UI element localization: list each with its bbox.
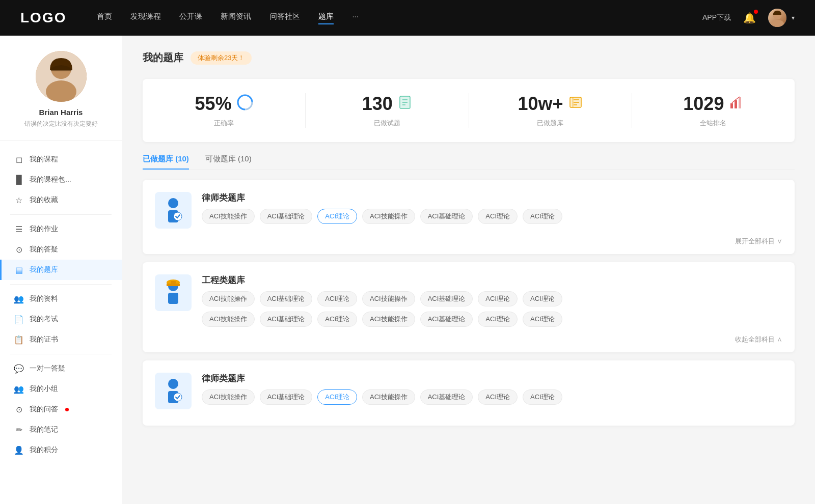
sidebar-item-my-exam[interactable]: 📄 我的考试 <box>0 309 122 329</box>
stat-ranking-label: 全站排名 <box>700 119 726 128</box>
qbank-tags-0: ACI技能操作 ACI基础理论 ACI理论 ACI技能操作 ACI基础理论 AC… <box>202 209 782 224</box>
tag-0-3[interactable]: ACI技能操作 <box>362 209 415 224</box>
nav-home[interactable]: 首页 <box>97 12 112 24</box>
nav-open-course[interactable]: 公开课 <box>179 12 202 24</box>
sidebar-item-one-on-one[interactable]: 💬 一对一答疑 <box>0 358 122 379</box>
tag-1-8[interactable]: ACI基础理论 <box>260 312 313 327</box>
qbank-icon-wrap-2 <box>155 373 192 409</box>
tag-2-1[interactable]: ACI基础理论 <box>260 389 313 405</box>
stat-done-questions: 130 已做试题 <box>306 93 469 128</box>
tag-0-4[interactable]: ACI基础理论 <box>420 209 473 224</box>
tab-todo[interactable]: 可做题库 (10) <box>205 154 252 169</box>
tag-1-2[interactable]: ACI理论 <box>317 291 357 306</box>
svg-point-22 <box>174 212 182 220</box>
qbank-title-2: 律师类题库 <box>202 373 782 384</box>
stat-done-questions-value: 130 <box>362 93 393 115</box>
qbank-footer-1: 收起全部科目 ∧ <box>155 335 782 344</box>
qbank-header-0: 律师类题库 ACI技能操作 ACI基础理论 ACI理论 ACI技能操作 ACI基… <box>155 192 782 229</box>
sidebar-item-my-notes[interactable]: ✏ 我的笔记 <box>0 419 122 440</box>
sidebar-item-my-homework[interactable]: ☰ 我的作业 <box>0 219 122 239</box>
sidebar-item-my-qbank[interactable]: ▤ 我的题库 <box>0 260 122 280</box>
qbank-header-1: 工程类题库 ACI技能操作 ACI基础理论 ACI理论 ACI技能操作 ACI基… <box>155 274 782 327</box>
sidebar-item-my-course[interactable]: ◻ 我的课程 <box>0 149 122 170</box>
nav-qbank[interactable]: 题库 <box>318 12 334 24</box>
lawyer-icon-2 <box>161 378 185 404</box>
svg-rect-18 <box>735 100 737 108</box>
nav-news[interactable]: 新闻资讯 <box>221 12 251 24</box>
my-exam-icon: 📄 <box>14 315 23 324</box>
bell-icon: 🔔 <box>743 12 756 23</box>
tag-1-13[interactable]: ACI理论 <box>523 312 562 327</box>
tag-0-5[interactable]: ACI理论 <box>478 209 518 224</box>
tag-2-2[interactable]: ACI理论 <box>317 389 357 405</box>
stat-ranking-value: 1029 <box>683 93 724 115</box>
my-points-icon: 👤 <box>14 445 23 455</box>
tag-2-0[interactable]: ACI技能操作 <box>202 389 255 405</box>
expand-link-1[interactable]: 收起全部科目 ∧ <box>735 335 782 344</box>
navbar: LOGO 首页 发现课程 公开课 新闻资讯 问答社区 题库 ··· APP下载 … <box>0 0 815 36</box>
profile-avatar-svg <box>36 51 87 102</box>
nav-qa[interactable]: 问答社区 <box>269 12 300 24</box>
tag-1-6[interactable]: ACI理论 <box>523 291 562 306</box>
tag-2-6[interactable]: ACI理论 <box>523 389 562 405</box>
svg-rect-19 <box>739 97 741 108</box>
stat-accuracy: 55% 正确率 <box>143 93 306 128</box>
my-qbank-icon: ▤ <box>14 265 23 274</box>
tag-1-1[interactable]: ACI基础理论 <box>260 291 313 306</box>
tag-0-2[interactable]: ACI理论 <box>317 209 357 224</box>
app-download-button[interactable]: APP下载 <box>702 13 731 22</box>
tag-1-9[interactable]: ACI理论 <box>317 312 357 327</box>
tag-2-4[interactable]: ACI基础理论 <box>420 389 473 405</box>
stat-accuracy-value: 55% <box>195 93 232 115</box>
tag-0-0[interactable]: ACI技能操作 <box>202 209 255 224</box>
tag-1-7[interactable]: ACI技能操作 <box>202 312 255 327</box>
tag-0-6[interactable]: ACI理论 <box>523 209 562 224</box>
nav-links: 首页 发现课程 公开课 新闻资讯 问答社区 题库 ··· <box>97 12 702 24</box>
stat-ranking: 1029 全站排名 <box>632 93 795 128</box>
my-course-pack-icon: ▐▌ <box>14 175 23 184</box>
tag-1-0[interactable]: ACI技能操作 <box>202 291 255 306</box>
tag-1-5[interactable]: ACI理论 <box>478 291 518 306</box>
tag-2-5[interactable]: ACI理论 <box>478 389 518 405</box>
tabs-row: 已做题库 (10) 可做题库 (10) <box>143 154 795 170</box>
nav-more[interactable]: ··· <box>352 12 359 24</box>
sidebar-divider-1 <box>10 214 112 215</box>
my-homework-icon: ☰ <box>14 225 23 234</box>
qbank-card-2: 律师类题库 ACI技能操作 ACI基础理论 ACI理论 ACI技能操作 ACI基… <box>143 360 795 426</box>
my-course-icon: ◻ <box>14 155 23 164</box>
tag-0-1[interactable]: ACI基础理论 <box>260 209 313 224</box>
sidebar-item-my-cert[interactable]: 📋 我的证书 <box>0 329 122 350</box>
my-questions-icon: ⊙ <box>14 405 23 414</box>
navbar-right: APP下载 🔔 ▾ <box>702 9 795 27</box>
tag-1-10[interactable]: ACI技能操作 <box>362 312 415 327</box>
expand-link-0[interactable]: 展开全部科目 ∨ <box>735 237 782 246</box>
tag-2-3[interactable]: ACI技能操作 <box>362 389 415 405</box>
sidebar-item-my-questions[interactable]: ⊙ 我的问答 <box>0 399 122 419</box>
qbank-tags-2: ACI技能操作 ACI基础理论 ACI理论 ACI技能操作 ACI基础理论 AC… <box>202 389 782 405</box>
sidebar-divider-3 <box>10 354 112 354</box>
sidebar-item-my-data[interactable]: 👥 我的资料 <box>0 289 122 309</box>
nav-discover[interactable]: 发现课程 <box>130 12 161 24</box>
page-title: 我的题库 <box>143 51 183 65</box>
sidebar-item-my-favorites[interactable]: ☆ 我的收藏 <box>0 190 122 210</box>
tag-1-4[interactable]: ACI基础理论 <box>420 291 473 306</box>
qbank-tags-1-row2: ACI技能操作 ACI基础理论 ACI理论 ACI技能操作 ACI基础理论 AC… <box>202 312 782 327</box>
my-notes-icon: ✏ <box>14 425 23 434</box>
tag-1-12[interactable]: ACI理论 <box>478 312 518 327</box>
sidebar-item-my-points[interactable]: 👤 我的积分 <box>0 440 122 460</box>
my-cert-icon: 📋 <box>14 335 23 344</box>
notification-bell[interactable]: 🔔 <box>743 12 756 24</box>
user-menu[interactable]: ▾ <box>768 9 795 27</box>
svg-point-28 <box>168 379 178 389</box>
tab-done[interactable]: 已做题库 (10) <box>143 154 189 169</box>
qbank-card-0: 律师类题库 ACI技能操作 ACI基础理论 ACI理论 ACI技能操作 ACI基… <box>143 180 795 254</box>
profile-name: Brian Harris <box>39 108 83 117</box>
sidebar-menu: ◻ 我的课程 ▐▌ 我的课程包... ☆ 我的收藏 ☰ 我的作业 ⊙ 我的答疑 … <box>0 141 122 468</box>
tag-1-11[interactable]: ACI基础理论 <box>420 312 473 327</box>
sidebar-item-my-course-pack[interactable]: ▐▌ 我的课程包... <box>0 170 122 190</box>
stat-done-banks-label: 已做题库 <box>537 119 563 128</box>
sidebar-item-my-group[interactable]: 👥 我的小组 <box>0 379 122 399</box>
sidebar-item-my-qa[interactable]: ⊙ 我的答疑 <box>0 239 122 260</box>
tag-1-3[interactable]: ACI技能操作 <box>362 291 415 306</box>
lawyer-icon <box>161 197 185 223</box>
